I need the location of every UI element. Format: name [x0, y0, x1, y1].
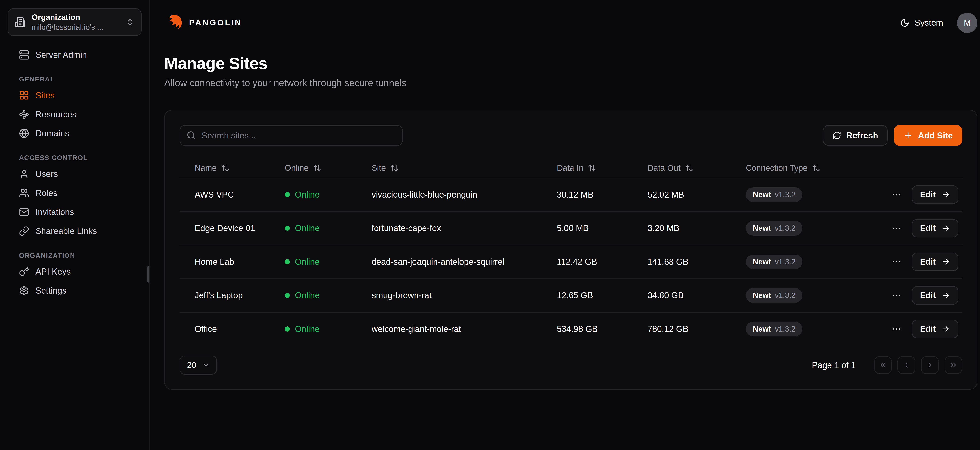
sidebar-item-label: Domains: [35, 128, 69, 138]
edit-button[interactable]: Edit: [912, 253, 958, 271]
row-actions: Edit: [889, 253, 958, 271]
status-badge: Online: [285, 290, 372, 300]
row-menu-button[interactable]: [889, 188, 903, 201]
next-page-button[interactable]: [921, 356, 939, 374]
sidebar-item-settings[interactable]: Settings: [8, 282, 142, 299]
sites-icon: [19, 90, 29, 100]
conn-version: v1.3.2: [775, 190, 795, 199]
row-menu-button[interactable]: [889, 322, 903, 336]
column-header-site[interactable]: Site: [372, 163, 557, 173]
table-row: AWS VPC Online vivacious-little-blue-pen…: [180, 177, 963, 211]
online-dot: [285, 326, 290, 331]
sort-icon: [221, 164, 229, 172]
table-row: Office Online welcome-giant-mole-rat 534…: [180, 312, 963, 345]
sidebar-item-domains[interactable]: Domains: [8, 125, 142, 142]
ellipsis-icon: [891, 223, 902, 234]
last-page-button[interactable]: [945, 356, 963, 374]
prev-page-button[interactable]: [897, 356, 915, 374]
edit-button[interactable]: Edit: [912, 185, 958, 204]
column-label: Connection Type: [746, 163, 808, 173]
refresh-label: Refresh: [846, 131, 878, 140]
sidebar-item-api-keys[interactable]: API Keys: [8, 263, 142, 280]
column-label: Data Out: [648, 163, 681, 173]
sidebar-item-sites[interactable]: Sites: [8, 87, 142, 104]
column-header-connection-type[interactable]: Connection Type: [746, 163, 958, 173]
column-header-data-out[interactable]: Data Out: [648, 163, 746, 173]
sidebar-item-shareable-links[interactable]: Shareable Links: [8, 222, 142, 239]
sidebar-item-roles[interactable]: Roles: [8, 184, 142, 201]
table-row: Home Lab Online dead-san-joaquin-antelop…: [180, 245, 963, 279]
sites-card: Refresh Add Site Name: [164, 110, 977, 390]
next-page-icon: [926, 361, 934, 369]
data-in: 112.42 GB: [557, 257, 648, 267]
data-out: 3.20 MB: [648, 223, 746, 233]
ellipsis-icon: [891, 323, 902, 334]
row-menu-button[interactable]: [889, 255, 903, 268]
edit-label: Edit: [920, 291, 935, 300]
edit-button[interactable]: Edit: [912, 320, 958, 338]
sidebar-item-server-admin[interactable]: Server Admin: [8, 46, 142, 63]
moon-icon: [900, 18, 910, 28]
site-name: Home Lab: [195, 257, 285, 267]
toolbar-actions: Refresh Add Site: [823, 125, 962, 146]
theme-toggle[interactable]: System: [900, 18, 943, 28]
column-label: Online: [285, 163, 309, 173]
column-header-online[interactable]: Online: [285, 163, 372, 173]
pagination: Page 1 of 1: [812, 356, 962, 374]
table-row: Edge Device 01 Online fortunate-cape-fox…: [180, 211, 963, 245]
edit-button[interactable]: Edit: [912, 219, 958, 238]
ellipsis-icon: [891, 290, 902, 301]
arrow-right-icon: [942, 190, 950, 199]
sidebar-item-invitations[interactable]: Invitations: [8, 203, 142, 220]
ellipsis-icon: [891, 256, 902, 267]
refresh-button[interactable]: Refresh: [823, 125, 888, 146]
brand[interactable]: PANGOLIN: [164, 13, 242, 32]
search-box: [180, 125, 403, 146]
server-icon: [19, 50, 29, 60]
connection-type-cell: Newtv1.3.2: [746, 255, 889, 269]
org-selector[interactable]: Organization milo@fossorial.io's ...: [8, 8, 142, 36]
conn-type: Newt: [753, 224, 771, 233]
row-actions: Edit: [889, 286, 958, 305]
conn-type: Newt: [753, 190, 771, 199]
avatar[interactable]: M: [957, 13, 977, 33]
row-actions: Edit: [889, 219, 958, 238]
sidebar-scrollbar[interactable]: [147, 266, 149, 282]
connection-type-cell: Newtv1.3.2: [746, 187, 889, 202]
sidebar-item-label: Resources: [35, 109, 76, 119]
sort-icon: [313, 164, 321, 172]
site-slug: vivacious-little-blue-penguin: [372, 190, 557, 200]
theme-label: System: [915, 18, 943, 28]
add-site-button[interactable]: Add Site: [894, 125, 962, 146]
row-menu-button[interactable]: [889, 222, 903, 235]
status-label: Online: [295, 190, 320, 200]
page-size-select[interactable]: 20: [180, 356, 217, 375]
pangolin-logo-icon: [164, 13, 183, 32]
arrow-right-icon: [942, 224, 950, 233]
connection-type-cell: Newtv1.3.2: [746, 322, 889, 336]
online-dot: [285, 226, 290, 231]
online-dot: [285, 293, 290, 298]
sidebar-item-users[interactable]: Users: [8, 165, 142, 182]
first-page-button[interactable]: [874, 356, 892, 374]
connection-type-badge: Newtv1.3.2: [746, 187, 802, 202]
conn-version: v1.3.2: [775, 224, 795, 233]
row-menu-button[interactable]: [889, 288, 903, 302]
last-page-icon: [949, 361, 958, 369]
page-info: Page 1 of 1: [812, 360, 856, 370]
data-in: 30.12 MB: [557, 190, 648, 200]
sidebar-item-resources[interactable]: Resources: [8, 106, 142, 123]
site-name: AWS VPC: [195, 190, 285, 200]
edit-label: Edit: [920, 324, 935, 334]
column-label: Site: [372, 163, 386, 173]
column-header-name[interactable]: Name: [195, 163, 285, 173]
edit-button[interactable]: Edit: [912, 286, 958, 305]
search-input[interactable]: [180, 125, 403, 146]
status-label: Online: [295, 223, 320, 233]
section-label-general: General: [19, 75, 142, 83]
topbar-right: System M: [900, 13, 977, 33]
sidebar-item-label: Sites: [35, 90, 54, 100]
org-selector-text: Organization milo@fossorial.io's ...: [32, 12, 120, 32]
column-header-data-in[interactable]: Data In: [557, 163, 648, 173]
table-row: Jeff's Laptop Online smug-brown-rat 12.6…: [180, 278, 963, 312]
